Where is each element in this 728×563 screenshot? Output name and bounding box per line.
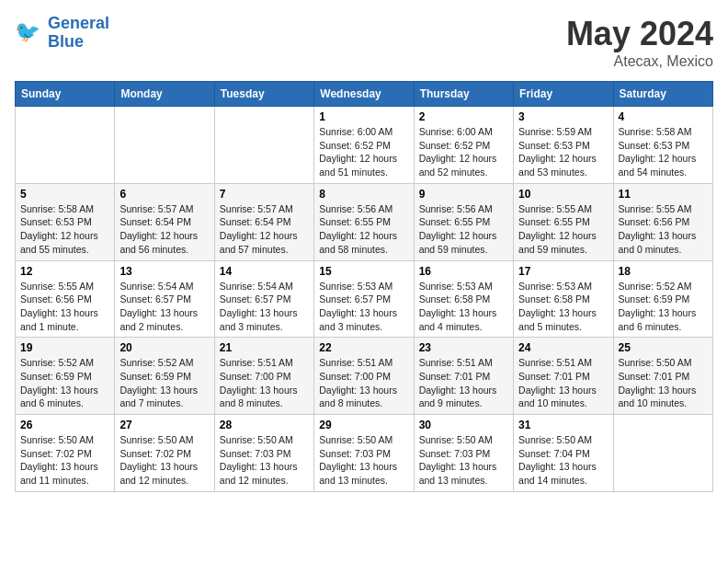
calendar-week-5: 26Sunrise: 5:50 AM Sunset: 7:02 PM Dayli… bbox=[16, 415, 713, 492]
day-info: Sunrise: 5:51 AM Sunset: 7:01 PM Dayligh… bbox=[419, 356, 508, 410]
logo-text: General Blue bbox=[48, 15, 109, 52]
calendar-table: SundayMondayTuesdayWednesdayThursdayFrid… bbox=[15, 81, 713, 492]
calendar-cell: 21Sunrise: 5:51 AM Sunset: 7:00 PM Dayli… bbox=[214, 338, 313, 415]
day-info: Sunrise: 5:52 AM Sunset: 6:59 PM Dayligh… bbox=[20, 356, 109, 410]
day-number: 13 bbox=[119, 265, 209, 278]
day-number: 24 bbox=[518, 341, 608, 354]
day-info: Sunrise: 5:53 AM Sunset: 6:57 PM Dayligh… bbox=[319, 280, 408, 334]
calendar-cell: 10Sunrise: 5:55 AM Sunset: 6:55 PM Dayli… bbox=[514, 183, 613, 260]
day-info: Sunrise: 5:50 AM Sunset: 7:03 PM Dayligh… bbox=[419, 433, 508, 488]
day-info: Sunrise: 5:51 AM Sunset: 7:00 PM Dayligh… bbox=[220, 356, 309, 410]
calendar-cell: 31Sunrise: 5:50 AM Sunset: 7:04 PM Dayli… bbox=[514, 415, 613, 492]
calendar-cell: 23Sunrise: 5:51 AM Sunset: 7:01 PM Dayli… bbox=[414, 338, 513, 415]
day-number: 2 bbox=[419, 110, 508, 123]
calendar-cell: 24Sunrise: 5:51 AM Sunset: 7:01 PM Dayli… bbox=[514, 338, 613, 415]
weekday-sunday: Sunday bbox=[16, 82, 115, 107]
calendar-cell: 22Sunrise: 5:51 AM Sunset: 7:00 PM Dayli… bbox=[314, 338, 414, 415]
day-number: 9 bbox=[419, 188, 508, 201]
day-info: Sunrise: 5:59 AM Sunset: 6:53 PM Dayligh… bbox=[518, 125, 608, 179]
day-info: Sunrise: 5:58 AM Sunset: 6:53 PM Dayligh… bbox=[619, 125, 708, 179]
calendar-cell: 11Sunrise: 5:55 AM Sunset: 6:56 PM Dayli… bbox=[613, 183, 712, 260]
calendar-cell: 20Sunrise: 5:52 AM Sunset: 6:59 PM Dayli… bbox=[115, 338, 214, 415]
logo-line1: General bbox=[48, 14, 109, 32]
calendar-cell: 2Sunrise: 6:00 AM Sunset: 6:52 PM Daylig… bbox=[414, 107, 513, 184]
calendar-cell: 1Sunrise: 6:00 AM Sunset: 6:52 PM Daylig… bbox=[314, 107, 414, 184]
day-number: 20 bbox=[119, 341, 209, 354]
day-info: Sunrise: 5:53 AM Sunset: 6:58 PM Dayligh… bbox=[419, 280, 508, 334]
day-number: 27 bbox=[119, 419, 209, 431]
day-info: Sunrise: 5:50 AM Sunset: 7:04 PM Dayligh… bbox=[518, 433, 608, 488]
calendar-cell: 4Sunrise: 5:58 AM Sunset: 6:53 PM Daylig… bbox=[613, 107, 712, 184]
weekday-saturday: Saturday bbox=[613, 82, 712, 107]
calendar-body: 1Sunrise: 6:00 AM Sunset: 6:52 PM Daylig… bbox=[16, 107, 713, 492]
day-number: 15 bbox=[319, 265, 408, 278]
day-info: Sunrise: 5:50 AM Sunset: 7:03 PM Dayligh… bbox=[220, 433, 309, 488]
day-number: 23 bbox=[419, 341, 508, 354]
day-number: 7 bbox=[220, 188, 309, 201]
calendar-cell: 3Sunrise: 5:59 AM Sunset: 6:53 PM Daylig… bbox=[514, 107, 613, 184]
calendar-week-3: 12Sunrise: 5:55 AM Sunset: 6:56 PM Dayli… bbox=[16, 260, 713, 338]
day-number: 22 bbox=[319, 341, 408, 354]
calendar-cell: 5Sunrise: 5:58 AM Sunset: 6:53 PM Daylig… bbox=[16, 183, 115, 260]
day-info: Sunrise: 5:51 AM Sunset: 7:00 PM Dayligh… bbox=[319, 356, 408, 410]
calendar-cell bbox=[115, 107, 214, 184]
calendar-cell: 12Sunrise: 5:55 AM Sunset: 6:56 PM Dayli… bbox=[16, 260, 115, 338]
day-number: 12 bbox=[20, 265, 109, 278]
calendar-cell bbox=[613, 415, 712, 492]
calendar-cell: 25Sunrise: 5:50 AM Sunset: 7:01 PM Dayli… bbox=[613, 338, 712, 415]
logo: 🐦 General Blue bbox=[15, 15, 109, 52]
calendar-cell: 8Sunrise: 5:56 AM Sunset: 6:55 PM Daylig… bbox=[314, 183, 414, 260]
calendar-week-4: 19Sunrise: 5:52 AM Sunset: 6:59 PM Dayli… bbox=[16, 338, 713, 415]
weekday-monday: Monday bbox=[115, 82, 214, 107]
weekday-friday: Friday bbox=[514, 82, 613, 107]
day-info: Sunrise: 6:00 AM Sunset: 6:52 PM Dayligh… bbox=[319, 125, 408, 179]
day-info: Sunrise: 5:55 AM Sunset: 6:55 PM Dayligh… bbox=[518, 202, 608, 257]
calendar-week-2: 5Sunrise: 5:58 AM Sunset: 6:53 PM Daylig… bbox=[16, 183, 713, 260]
day-number: 25 bbox=[619, 341, 708, 354]
day-number: 30 bbox=[419, 419, 508, 431]
calendar-cell: 27Sunrise: 5:50 AM Sunset: 7:02 PM Dayli… bbox=[115, 415, 214, 492]
day-number: 10 bbox=[518, 188, 608, 201]
weekday-thursday: Thursday bbox=[414, 82, 513, 107]
logo-bird-icon: 🐦 bbox=[15, 18, 44, 48]
day-info: Sunrise: 5:56 AM Sunset: 6:55 PM Dayligh… bbox=[419, 202, 508, 257]
day-info: Sunrise: 5:50 AM Sunset: 7:01 PM Dayligh… bbox=[619, 356, 708, 410]
calendar-cell: 26Sunrise: 5:50 AM Sunset: 7:02 PM Dayli… bbox=[16, 415, 115, 492]
day-info: Sunrise: 5:54 AM Sunset: 6:57 PM Dayligh… bbox=[119, 280, 209, 334]
calendar-cell: 19Sunrise: 5:52 AM Sunset: 6:59 PM Dayli… bbox=[16, 338, 115, 415]
day-number: 26 bbox=[20, 419, 109, 431]
calendar-cell: 17Sunrise: 5:53 AM Sunset: 6:58 PM Dayli… bbox=[514, 260, 613, 338]
day-number: 17 bbox=[518, 265, 608, 278]
day-number: 3 bbox=[518, 110, 608, 123]
weekday-header-row: SundayMondayTuesdayWednesdayThursdayFrid… bbox=[16, 82, 713, 107]
calendar-cell bbox=[214, 107, 313, 184]
day-number: 14 bbox=[220, 265, 309, 278]
calendar-cell: 16Sunrise: 5:53 AM Sunset: 6:58 PM Dayli… bbox=[414, 260, 513, 338]
day-number: 8 bbox=[319, 188, 408, 201]
calendar-cell: 29Sunrise: 5:50 AM Sunset: 7:03 PM Dayli… bbox=[314, 415, 414, 492]
day-number: 29 bbox=[319, 419, 408, 431]
day-number: 19 bbox=[20, 341, 109, 354]
logo-line2: Blue bbox=[48, 32, 84, 51]
svg-text:🐦: 🐦 bbox=[15, 19, 40, 44]
day-info: Sunrise: 5:54 AM Sunset: 6:57 PM Dayligh… bbox=[220, 280, 309, 334]
page-header: 🐦 General Blue May 2024 Atecax, Mexico bbox=[15, 15, 713, 70]
month-title: May 2024 bbox=[566, 15, 713, 53]
day-number: 21 bbox=[220, 341, 309, 354]
calendar-week-1: 1Sunrise: 6:00 AM Sunset: 6:52 PM Daylig… bbox=[16, 107, 713, 184]
day-number: 6 bbox=[119, 188, 209, 201]
calendar-cell: 18Sunrise: 5:52 AM Sunset: 6:59 PM Dayli… bbox=[613, 260, 712, 338]
day-number: 31 bbox=[518, 419, 608, 431]
day-number: 28 bbox=[220, 419, 309, 431]
day-info: Sunrise: 5:53 AM Sunset: 6:58 PM Dayligh… bbox=[518, 280, 608, 334]
day-info: Sunrise: 5:52 AM Sunset: 6:59 PM Dayligh… bbox=[619, 280, 708, 334]
calendar-cell: 28Sunrise: 5:50 AM Sunset: 7:03 PM Dayli… bbox=[214, 415, 313, 492]
weekday-tuesday: Tuesday bbox=[214, 82, 313, 107]
calendar-cell bbox=[16, 107, 115, 184]
calendar-cell: 30Sunrise: 5:50 AM Sunset: 7:03 PM Dayli… bbox=[414, 415, 513, 492]
day-info: Sunrise: 5:50 AM Sunset: 7:02 PM Dayligh… bbox=[119, 433, 209, 488]
day-info: Sunrise: 5:50 AM Sunset: 7:02 PM Dayligh… bbox=[20, 433, 109, 488]
calendar-cell: 15Sunrise: 5:53 AM Sunset: 6:57 PM Dayli… bbox=[314, 260, 414, 338]
day-info: Sunrise: 5:56 AM Sunset: 6:55 PM Dayligh… bbox=[319, 202, 408, 257]
day-info: Sunrise: 6:00 AM Sunset: 6:52 PM Dayligh… bbox=[419, 125, 508, 179]
